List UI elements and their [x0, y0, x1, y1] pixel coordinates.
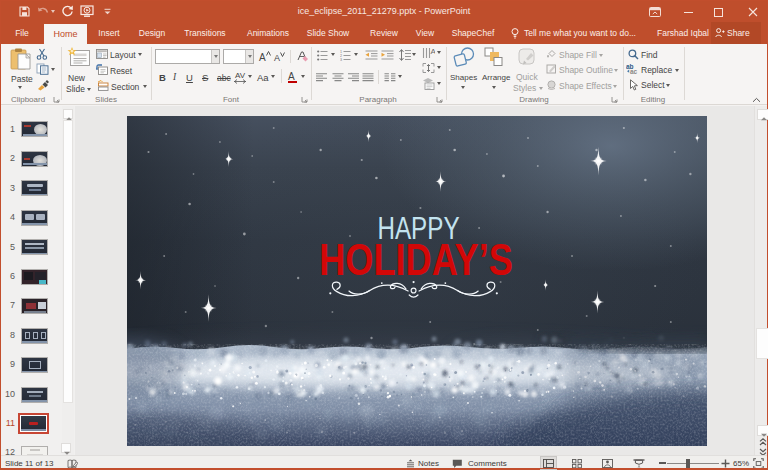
svg-text:3: 3 — [340, 58, 342, 61]
svg-text:ac: ac — [630, 68, 638, 75]
svg-text:HOLIDAY’S: HOLIDAY’S — [319, 235, 513, 285]
svg-text:A: A — [431, 47, 436, 56]
